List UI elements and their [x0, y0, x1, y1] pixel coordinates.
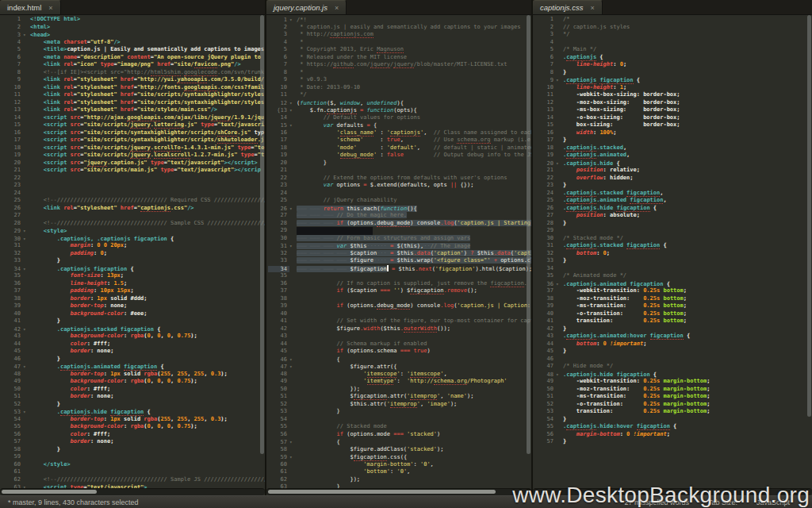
line-number[interactable]: 56: [2, 431, 23, 439]
line-number[interactable]: 32: [2, 250, 23, 258]
line-number[interactable]: 14: [2, 114, 23, 122]
code-line[interactable]: 29: [268, 227, 531, 235]
line-number[interactable]: 39: [2, 302, 23, 310]
fold-arrow-icon[interactable]: ▾: [23, 325, 30, 333]
code-line[interactable]: 14 -o-box-sizing: border-box;: [534, 114, 812, 122]
code-line[interactable]: 36▾.captionjs.animated figcaption {: [534, 280, 812, 288]
line-number[interactable]: 3: [268, 31, 289, 39]
line-number[interactable]: 5: [2, 46, 23, 54]
fold-arrow-icon[interactable]: ▾: [289, 99, 297, 107]
code-line[interactable]: 20▾.captionjs.hide {: [534, 160, 812, 167]
fold-arrow-icon[interactable]: ▾: [289, 438, 297, 446]
line-number[interactable]: 41: [268, 318, 289, 325]
line-number[interactable]: 60: [268, 461, 289, 469]
line-number[interactable]: 10: [534, 84, 556, 92]
line-number[interactable]: 49: [268, 378, 289, 386]
code-line[interactable]: 47▾ $figure.attr({: [268, 363, 531, 371]
scrollbar-thumb[interactable]: [268, 490, 496, 494]
code-line[interactable]: 53 transition: 0.25s margin-bottom;: [534, 408, 812, 416]
fold-arrow-icon[interactable]: ▾: [289, 363, 297, 371]
line-number[interactable]: 17: [2, 137, 23, 144]
line-number[interactable]: 34: [268, 266, 289, 273]
code-line[interactable]: 50 -moz-transition: 0.25s margin-bottom;: [534, 386, 812, 394]
code-line[interactable]: 41 // Set width of the figure, our top-m…: [268, 318, 531, 325]
fold-arrow-icon[interactable]: ▾: [23, 363, 30, 371]
code-line[interactable]: 40 -o-transition: 0.25s bottom;: [534, 310, 812, 318]
code-line[interactable]: 5 <title>caption.js | Easily and semanti…: [2, 46, 265, 54]
line-number[interactable]: 20: [2, 160, 23, 167]
code-line[interactable]: 2// caption.js styles: [534, 24, 812, 32]
code-line[interactable]: 21 <script src="site/scripts/main.js" ty…: [2, 167, 265, 175]
line-number[interactable]: 11: [534, 91, 556, 99]
code-line[interactable]: 11 -webkit-box-sizing: border-box;: [534, 91, 812, 99]
line-number[interactable]: 40: [534, 310, 556, 318]
line-number[interactable]: 34: [534, 265, 556, 273]
code-line[interactable]: 5 * Copyright 2013, Eric Magnuson: [268, 46, 531, 54]
line-number[interactable]: 18: [2, 144, 23, 152]
code-line[interactable]: 3▾<head>: [2, 31, 265, 39]
line-number[interactable]: 48: [534, 371, 556, 379]
code-line[interactable]: 43.captionjs.animated:hover figcaption {: [534, 333, 812, 341]
line-number[interactable]: 47: [2, 364, 23, 371]
code-line[interactable]: 4 <meta charset="utf-8"/>: [2, 39, 265, 47]
line-number[interactable]: 46: [534, 356, 556, 364]
line-number[interactable]: 54: [268, 416, 289, 424]
line-number[interactable]: 15: [2, 121, 23, 129]
line-number[interactable]: 17: [534, 137, 556, 144]
line-number[interactable]: 33: [2, 257, 23, 265]
line-number[interactable]: 35: [534, 272, 556, 280]
line-number[interactable]: 52: [534, 401, 556, 409]
code-line[interactable]: 6 * Released under the MIT license: [268, 54, 531, 62]
code-line[interactable]: 51 -ms-transition: 0.25s margin-bottom;: [534, 393, 812, 401]
code-line[interactable]: 42▾ .captionjs.stacked figcaption {: [2, 325, 265, 333]
code-line[interactable]: 3 * http://captionjs.com: [268, 31, 531, 39]
code-line[interactable]: 30——— ——— ——— // Form basic structures a…: [268, 235, 531, 243]
code-line[interactable]: 17 'schema' : true, // Use schema.org ma…: [268, 137, 531, 144]
line-number[interactable]: 42: [268, 325, 289, 333]
line-number[interactable]: 2: [534, 24, 556, 32]
line-number[interactable]: 33: [268, 257, 289, 265]
code-line[interactable]: 44 // Schema markup if enabled: [268, 341, 531, 348]
code-line[interactable]: 36 // If no caption is supplied, just re…: [268, 280, 531, 288]
line-number[interactable]: 46: [2, 356, 23, 364]
scrollbar-thumb[interactable]: [260, 15, 264, 454]
code-line[interactable]: 43 background-color: rgba(0, 0, 0, 0.75)…: [2, 333, 265, 341]
line-number[interactable]: 50: [2, 386, 23, 394]
code-line[interactable]: 40 background-color: #eee;: [2, 310, 265, 318]
code-line[interactable]: 58 $figure.addClass('stacked');: [268, 446, 531, 454]
code-line[interactable]: 59▾ $figcaption.css({: [268, 453, 531, 461]
code-line[interactable]: 18.captionjs.stacked,: [534, 144, 812, 152]
vertical-scrollbar[interactable]: [807, 15, 811, 487]
code-line[interactable]: 20 <script src="jquery.caption.js" type=…: [2, 160, 265, 167]
vertical-scrollbar[interactable]: [260, 15, 264, 487]
code-line[interactable]: 25 <!--/////////////////////////////////…: [2, 197, 265, 205]
line-number[interactable]: 29: [534, 227, 556, 235]
code-line[interactable]: 27 position: absolute;: [534, 212, 812, 220]
line-number[interactable]: 16: [534, 129, 556, 137]
fold-arrow-icon[interactable]: ▾: [23, 227, 30, 235]
line-number[interactable]: 15: [268, 122, 289, 129]
code-line[interactable]: 41 }: [2, 318, 265, 325]
line-number[interactable]: 46: [268, 356, 289, 364]
code-line[interactable]: 28}: [534, 220, 812, 228]
code-line[interactable]: 14 <script src="http://ajax.googleapis.c…: [2, 114, 265, 122]
fold-arrow-icon[interactable]: ▾: [289, 242, 297, 250]
line-number[interactable]: 37: [2, 287, 23, 295]
code-line[interactable]: 22 overflow: hidden;: [534, 175, 812, 183]
code-line[interactable]: 31.captionjs.stacked figcaption {: [534, 242, 812, 250]
line-number[interactable]: 17: [268, 137, 289, 144]
code-line[interactable]: 50 color: #fff;: [2, 386, 265, 394]
code-line[interactable]: 54 border-top: 1px solid rgba(255, 255, …: [2, 416, 265, 424]
code-line[interactable]: 39 -ms-transition: 0.25s bottom;: [534, 302, 812, 310]
line-number[interactable]: 48: [268, 371, 289, 379]
code-line[interactable]: 49 'itemtype': 'http://schema.org/Photog…: [268, 378, 531, 386]
scrollbar-thumb[interactable]: [2, 490, 97, 494]
line-number[interactable]: 6: [2, 54, 23, 62]
line-number[interactable]: 7: [268, 61, 289, 69]
line-number[interactable]: 43: [534, 333, 556, 341]
code-line[interactable]: 57 border: none;: [2, 438, 265, 446]
line-number[interactable]: 3: [2, 32, 23, 39]
code-line[interactable]: 47/* Hide mode */: [534, 363, 812, 371]
line-number[interactable]: 32: [268, 250, 289, 258]
fold-arrow-icon[interactable]: ▾: [289, 205, 297, 213]
